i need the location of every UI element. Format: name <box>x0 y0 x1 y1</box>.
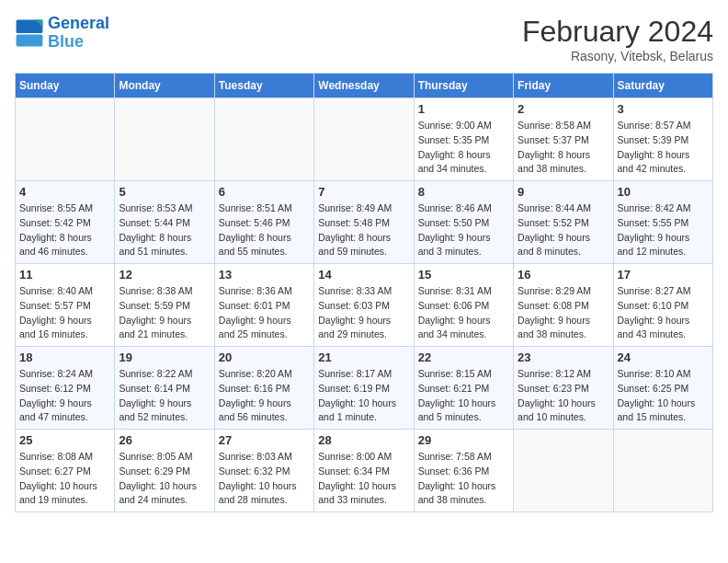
calendar-cell: 23Sunrise: 8:12 AMSunset: 6:23 PMDayligh… <box>514 347 613 430</box>
day-info: Sunrise: 8:49 AMSunset: 5:48 PMDaylight:… <box>318 201 409 259</box>
day-number: 16 <box>518 268 609 282</box>
day-number: 21 <box>318 350 409 364</box>
calendar-cell: 22Sunrise: 8:15 AMSunset: 6:21 PMDayligh… <box>414 347 513 430</box>
day-info: Sunrise: 9:00 AMSunset: 5:35 PMDaylight:… <box>418 119 509 177</box>
day-number: 13 <box>219 268 310 282</box>
day-header-tuesday: Tuesday <box>214 74 313 98</box>
calendar-cell: 11Sunrise: 8:40 AMSunset: 5:57 PMDayligh… <box>16 264 115 347</box>
day-header-sunday: Sunday <box>16 74 115 98</box>
week-row-4: 18Sunrise: 8:24 AMSunset: 6:12 PMDayligh… <box>16 347 713 430</box>
calendar-cell: 5Sunrise: 8:53 AMSunset: 5:44 PMDaylight… <box>115 181 214 264</box>
day-number: 25 <box>19 433 110 447</box>
day-info: Sunrise: 8:58 AMSunset: 5:37 PMDaylight:… <box>518 119 609 177</box>
day-info: Sunrise: 8:31 AMSunset: 6:06 PMDaylight:… <box>418 284 509 342</box>
day-info: Sunrise: 8:42 AMSunset: 5:55 PMDaylight:… <box>618 201 709 259</box>
day-info: Sunrise: 8:10 AMSunset: 6:25 PMDaylight:… <box>618 367 709 425</box>
calendar-cell: 9Sunrise: 8:44 AMSunset: 5:52 PMDaylight… <box>514 181 613 264</box>
day-info: Sunrise: 8:20 AMSunset: 6:16 PMDaylight:… <box>219 367 310 425</box>
day-info: Sunrise: 8:38 AMSunset: 5:59 PMDaylight:… <box>119 284 210 342</box>
calendar-cell: 28Sunrise: 8:00 AMSunset: 6:34 PMDayligh… <box>314 430 414 512</box>
calendar-cell: 24Sunrise: 8:10 AMSunset: 6:25 PMDayligh… <box>613 347 712 430</box>
day-number: 3 <box>618 102 709 116</box>
day-number: 11 <box>19 268 110 282</box>
calendar-cell <box>314 98 414 181</box>
day-header-wednesday: Wednesday <box>314 74 414 98</box>
calendar-cell: 14Sunrise: 8:33 AMSunset: 6:03 PMDayligh… <box>314 264 414 347</box>
calendar-cell: 16Sunrise: 8:29 AMSunset: 6:08 PMDayligh… <box>514 264 613 347</box>
calendar-cell: 20Sunrise: 8:20 AMSunset: 6:16 PMDayligh… <box>214 347 313 430</box>
calendar-cell: 6Sunrise: 8:51 AMSunset: 5:46 PMDaylight… <box>214 181 313 264</box>
month-title: February 2024 <box>522 15 713 49</box>
calendar-cell: 18Sunrise: 8:24 AMSunset: 6:12 PMDayligh… <box>16 347 115 430</box>
calendar-cell: 8Sunrise: 8:46 AMSunset: 5:50 PMDaylight… <box>414 181 513 264</box>
day-info: Sunrise: 8:24 AMSunset: 6:12 PMDaylight:… <box>19 367 110 425</box>
calendar-cell <box>613 430 712 512</box>
calendar-cell: 29Sunrise: 7:58 AMSunset: 6:36 PMDayligh… <box>414 430 513 512</box>
day-info: Sunrise: 8:03 AMSunset: 6:32 PMDaylight:… <box>219 450 310 508</box>
calendar-cell: 17Sunrise: 8:27 AMSunset: 6:10 PMDayligh… <box>613 264 712 347</box>
day-header-friday: Friday <box>514 74 613 98</box>
calendar-cell: 27Sunrise: 8:03 AMSunset: 6:32 PMDayligh… <box>214 430 313 512</box>
calendar-cell: 4Sunrise: 8:55 AMSunset: 5:42 PMDaylight… <box>16 181 115 264</box>
calendar-cell: 2Sunrise: 8:58 AMSunset: 5:37 PMDaylight… <box>514 98 613 181</box>
day-number: 24 <box>618 350 709 364</box>
page-header: General Blue February 2024 Rasony, Viteb… <box>15 15 713 63</box>
day-number: 5 <box>119 185 210 199</box>
logo: General Blue <box>15 15 109 52</box>
logo-icon <box>15 18 44 48</box>
calendar-header-row: SundayMondayTuesdayWednesdayThursdayFrid… <box>16 74 713 98</box>
day-info: Sunrise: 8:53 AMSunset: 5:44 PMDaylight:… <box>119 201 210 259</box>
day-number: 18 <box>19 350 110 364</box>
day-info: Sunrise: 8:46 AMSunset: 5:50 PMDaylight:… <box>418 201 509 259</box>
day-number: 14 <box>318 268 409 282</box>
day-header-monday: Monday <box>115 74 214 98</box>
day-info: Sunrise: 8:22 AMSunset: 6:14 PMDaylight:… <box>119 367 210 425</box>
day-number: 19 <box>119 350 210 364</box>
logo-text: General Blue <box>48 15 109 52</box>
calendar-cell: 12Sunrise: 8:38 AMSunset: 5:59 PMDayligh… <box>115 264 214 347</box>
calendar-table: SundayMondayTuesdayWednesdayThursdayFrid… <box>15 73 713 512</box>
day-number: 28 <box>318 433 409 447</box>
calendar-cell <box>214 98 313 181</box>
calendar-cell: 21Sunrise: 8:17 AMSunset: 6:19 PMDayligh… <box>314 347 414 430</box>
calendar-cell: 26Sunrise: 8:05 AMSunset: 6:29 PMDayligh… <box>115 430 214 512</box>
day-number: 17 <box>618 268 709 282</box>
calendar-cell <box>16 98 115 181</box>
day-info: Sunrise: 8:08 AMSunset: 6:27 PMDaylight:… <box>19 450 110 508</box>
calendar-cell: 19Sunrise: 8:22 AMSunset: 6:14 PMDayligh… <box>115 347 214 430</box>
day-number: 4 <box>19 185 110 199</box>
day-number: 23 <box>518 350 609 364</box>
day-info: Sunrise: 8:29 AMSunset: 6:08 PMDaylight:… <box>518 284 609 342</box>
calendar-cell <box>514 430 613 512</box>
calendar-cell: 7Sunrise: 8:49 AMSunset: 5:48 PMDaylight… <box>314 181 414 264</box>
week-row-5: 25Sunrise: 8:08 AMSunset: 6:27 PMDayligh… <box>16 430 713 512</box>
day-info: Sunrise: 8:17 AMSunset: 6:19 PMDaylight:… <box>318 367 409 425</box>
calendar-cell: 1Sunrise: 9:00 AMSunset: 5:35 PMDaylight… <box>414 98 513 181</box>
location: Rasony, Vitebsk, Belarus <box>522 49 713 63</box>
day-info: Sunrise: 8:36 AMSunset: 6:01 PMDaylight:… <box>219 284 310 342</box>
day-number: 29 <box>418 433 509 447</box>
day-number: 26 <box>119 433 210 447</box>
day-info: Sunrise: 8:05 AMSunset: 6:29 PMDaylight:… <box>119 450 210 508</box>
svg-rect-1 <box>17 34 43 46</box>
day-info: Sunrise: 8:57 AMSunset: 5:39 PMDaylight:… <box>618 119 709 177</box>
calendar-cell: 25Sunrise: 8:08 AMSunset: 6:27 PMDayligh… <box>16 430 115 512</box>
day-number: 27 <box>219 433 310 447</box>
day-number: 8 <box>418 185 509 199</box>
day-number: 12 <box>119 268 210 282</box>
calendar-cell: 3Sunrise: 8:57 AMSunset: 5:39 PMDaylight… <box>613 98 712 181</box>
week-row-3: 11Sunrise: 8:40 AMSunset: 5:57 PMDayligh… <box>16 264 713 347</box>
day-number: 22 <box>418 350 509 364</box>
day-number: 9 <box>518 185 609 199</box>
week-row-1: 1Sunrise: 9:00 AMSunset: 5:35 PMDaylight… <box>16 98 713 181</box>
day-header-saturday: Saturday <box>613 74 712 98</box>
day-number: 7 <box>318 185 409 199</box>
day-info: Sunrise: 8:27 AMSunset: 6:10 PMDaylight:… <box>618 284 709 342</box>
week-row-2: 4Sunrise: 8:55 AMSunset: 5:42 PMDaylight… <box>16 181 713 264</box>
day-info: Sunrise: 8:00 AMSunset: 6:34 PMDaylight:… <box>318 450 409 508</box>
day-number: 1 <box>418 102 509 116</box>
day-number: 15 <box>418 268 509 282</box>
day-info: Sunrise: 8:44 AMSunset: 5:52 PMDaylight:… <box>518 201 609 259</box>
day-info: Sunrise: 8:15 AMSunset: 6:21 PMDaylight:… <box>418 367 509 425</box>
day-header-thursday: Thursday <box>414 74 513 98</box>
